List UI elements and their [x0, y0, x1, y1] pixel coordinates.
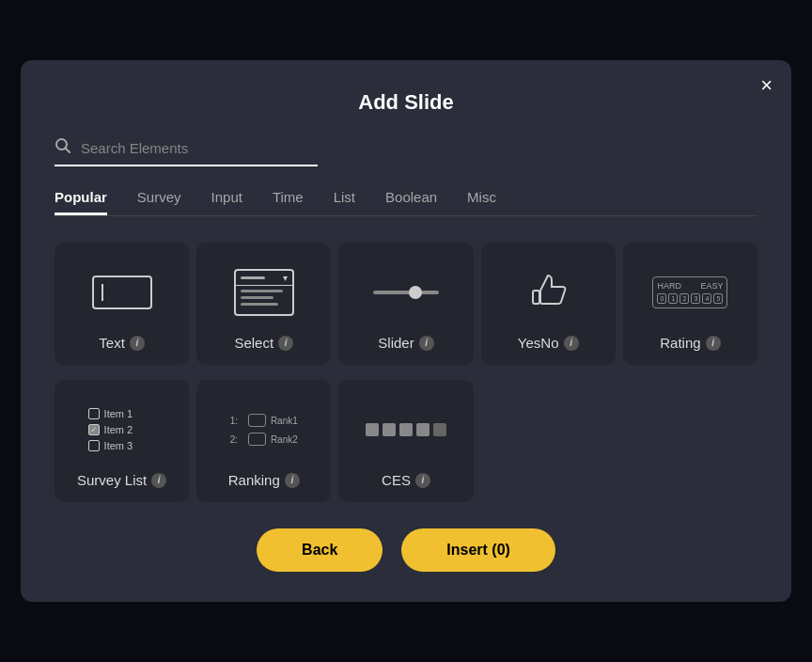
ranking-icon: 1: Rank1 2: Rank2	[226, 397, 302, 463]
tabs-container: Popular Survey Input Time List Boolean M…	[55, 189, 757, 216]
text-label: Text i	[99, 335, 145, 351]
ces-label: CES i	[382, 472, 430, 488]
insert-button[interactable]: Insert (0)	[401, 528, 555, 572]
tab-list[interactable]: List	[334, 189, 355, 215]
text-info-badge[interactable]: i	[130, 336, 145, 351]
yesno-label: YesNo i	[518, 335, 579, 351]
elements-grid: Text i ▾	[55, 243, 757, 502]
survey-list-item-2-check: ✓	[88, 424, 100, 435]
close-button[interactable]: ×	[760, 75, 773, 96]
back-button[interactable]: Back	[257, 528, 383, 572]
svg-line-1	[66, 149, 70, 153]
survey-list-icon: Item 1 ✓ Item 2 Item 3	[85, 397, 160, 463]
yesno-icon	[510, 260, 586, 325]
element-card-ces[interactable]: CES i	[338, 380, 473, 502]
select-info-badge[interactable]: i	[278, 336, 293, 351]
svg-rect-2	[533, 291, 539, 304]
ranking-info-badge[interactable]: i	[285, 473, 300, 488]
slider-icon	[368, 260, 444, 325]
tab-survey[interactable]: Survey	[137, 189, 181, 215]
ranking-label: Ranking i	[228, 472, 300, 488]
tab-popular[interactable]: Popular	[55, 189, 107, 215]
modal-title: Add Slide	[55, 90, 757, 115]
footer-buttons: Back Insert (0)	[55, 528, 757, 572]
slider-label: Slider i	[378, 335, 433, 351]
search-icon	[55, 137, 71, 159]
yesno-info-badge[interactable]: i	[564, 336, 579, 351]
tab-time[interactable]: Time	[273, 189, 304, 215]
select-icon: ▾	[226, 260, 302, 325]
tab-boolean[interactable]: Boolean	[385, 189, 437, 215]
tab-misc[interactable]: Misc	[467, 189, 496, 215]
rating-label: Rating i	[660, 335, 720, 351]
tab-input[interactable]: Input	[211, 189, 242, 215]
element-card-ranking[interactable]: 1: Rank1 2: Rank2 Ranking i	[196, 380, 331, 502]
rating-icon: HARD EASY 0 1 2 3 4 5	[652, 260, 727, 325]
modal: × Add Slide Popular Survey Input Time Li…	[21, 60, 791, 602]
survey-list-item-3-check	[88, 440, 100, 451]
ces-icon	[368, 397, 444, 463]
element-card-slider[interactable]: Slider i	[338, 243, 473, 365]
survey-list-info-badge[interactable]: i	[151, 473, 166, 488]
element-card-yesno[interactable]: YesNo i	[481, 243, 616, 365]
text-icon	[85, 260, 160, 325]
element-card-survey-list[interactable]: Item 1 ✓ Item 2 Item 3 Survey List	[55, 380, 189, 502]
ces-info-badge[interactable]: i	[415, 473, 430, 488]
survey-list-item-1-check	[88, 408, 100, 419]
element-card-rating[interactable]: HARD EASY 0 1 2 3 4 5 Ra	[623, 243, 757, 365]
modal-overlay: × Add Slide Popular Survey Input Time Li…	[0, 0, 812, 662]
element-card-text[interactable]: Text i	[55, 243, 189, 365]
rating-info-badge[interactable]: i	[706, 336, 721, 351]
slider-info-badge[interactable]: i	[419, 336, 434, 351]
search-input[interactable]	[81, 140, 306, 156]
survey-list-label: Survey List i	[77, 472, 166, 488]
element-card-select[interactable]: ▾ Select i	[196, 243, 331, 365]
select-label: Select i	[234, 335, 293, 351]
search-container	[55, 137, 318, 166]
